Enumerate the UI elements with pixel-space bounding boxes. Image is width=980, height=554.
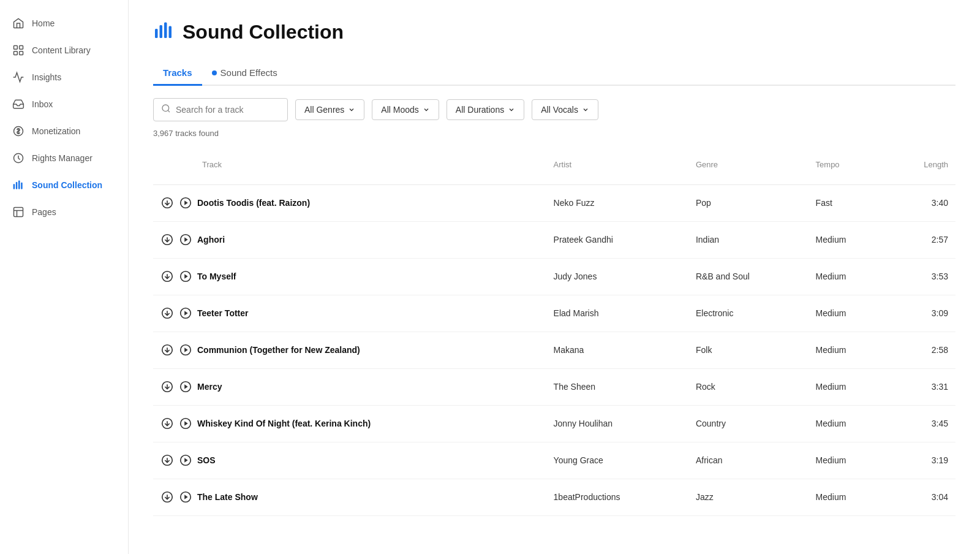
table-row[interactable]: To Myself Judy Jones R&B and Soul Medium… <box>153 258 956 295</box>
play-button[interactable] <box>179 453 192 467</box>
track-cell: Mercy <box>153 368 546 405</box>
sidebar-item-home[interactable]: Home <box>0 10 128 37</box>
inbox-icon <box>12 98 24 110</box>
download-button[interactable] <box>160 453 174 467</box>
sidebar-item-sound-collection[interactable]: Sound Collection <box>0 172 128 199</box>
svg-marker-36 <box>184 347 188 352</box>
table-row[interactable]: Mercy The Sheen Rock Medium 3:31 <box>153 368 956 405</box>
search-input[interactable] <box>176 105 280 115</box>
sidebar-item-monetization[interactable]: Monetization <box>0 118 128 145</box>
table-row[interactable]: Whiskey Kind Of Night (feat. Kerina Kinc… <box>153 405 956 442</box>
download-icon <box>160 490 174 504</box>
play-button[interactable] <box>179 233 192 246</box>
sidebar-item-content-library[interactable]: Content Library <box>0 37 128 64</box>
download-button[interactable] <box>160 306 174 320</box>
sidebar-item-inbox[interactable]: Inbox <box>0 91 128 118</box>
search-box[interactable] <box>153 98 288 121</box>
download-icon <box>160 417 174 430</box>
download-icon <box>160 233 174 246</box>
svg-rect-8 <box>18 181 20 189</box>
svg-point-15 <box>162 105 169 112</box>
table-row[interactable]: Aghori Prateek Gandhi Indian Medium 2:57 <box>153 221 956 258</box>
monetization-icon <box>12 125 24 137</box>
download-button[interactable] <box>160 196 174 210</box>
insights-icon <box>12 71 24 83</box>
home-icon <box>12 17 24 29</box>
play-button[interactable] <box>179 380 192 393</box>
track-cell: SOS <box>153 442 546 479</box>
chevron-down-icon <box>508 106 515 113</box>
svg-marker-28 <box>184 274 188 278</box>
svg-rect-6 <box>13 184 15 189</box>
tempo-cell: Fast <box>809 184 888 221</box>
length-cell: 3:04 <box>888 479 956 515</box>
sidebar-item-rights-manager[interactable]: Rights Manager <box>0 145 128 172</box>
chevron-down-icon <box>423 106 430 113</box>
length-cell: 3:09 <box>888 295 956 332</box>
download-icon <box>160 343 174 357</box>
sidebar-item-label: Inbox <box>32 99 53 109</box>
length-cell: 3:53 <box>888 258 956 295</box>
table-row[interactable]: Teeter Totter Elad Marish Electronic Med… <box>153 295 956 332</box>
svg-rect-9 <box>21 183 22 189</box>
sidebar-item-label: Sound Collection <box>32 180 102 190</box>
tab-sound-effects[interactable]: Sound Effects <box>202 61 287 86</box>
col-header-track: Track <box>153 148 546 184</box>
search-icon <box>161 104 171 116</box>
sidebar-item-label: Rights Manager <box>32 153 92 163</box>
svg-marker-20 <box>184 200 188 205</box>
table-row[interactable]: Dootis Toodis (feat. Raizon) Neko Fuzz P… <box>153 184 956 221</box>
play-button[interactable] <box>179 417 192 430</box>
download-icon <box>160 270 174 283</box>
genre-cell: Jazz <box>688 479 809 515</box>
table-row[interactable]: Communion (Together for New Zealand) Mak… <box>153 332 956 368</box>
sidebar-item-pages[interactable]: Pages <box>0 199 128 226</box>
play-button[interactable] <box>179 343 192 357</box>
track-name: Aghori <box>197 235 225 245</box>
filter-vocals-button[interactable]: All Vocals <box>532 99 598 120</box>
svg-rect-14 <box>169 26 172 39</box>
filter-genres-button[interactable]: All Genres <box>295 99 364 120</box>
tempo-cell: Medium <box>809 332 888 368</box>
table-row[interactable]: SOS Young Grace African Medium 3:19 <box>153 442 956 479</box>
tempo-cell: Medium <box>809 368 888 405</box>
track-cell: Aghori <box>153 221 546 258</box>
play-button[interactable] <box>179 306 192 320</box>
download-button[interactable] <box>160 417 174 430</box>
svg-rect-10 <box>14 208 23 217</box>
genre-cell: African <box>688 442 809 479</box>
play-button[interactable] <box>179 270 192 283</box>
tab-sound-effects-label: Sound Effects <box>221 67 277 78</box>
download-button[interactable] <box>160 233 174 246</box>
filter-durations-button[interactable]: All Durations <box>447 99 524 120</box>
chevron-down-icon <box>582 106 589 113</box>
play-icon <box>179 196 192 210</box>
main-content: Sound Collection Tracks Sound Effects Al… <box>129 0 980 554</box>
svg-rect-13 <box>164 23 167 39</box>
col-header-artist: Artist <box>546 148 688 184</box>
sound-collection-icon <box>12 179 24 191</box>
download-button[interactable] <box>160 343 174 357</box>
download-button[interactable] <box>160 490 174 504</box>
sidebar-item-label: Monetization <box>32 126 80 136</box>
genre-cell: R&B and Soul <box>688 258 809 295</box>
page-header-icon <box>153 20 175 44</box>
track-cell: The Late Show <box>153 479 546 515</box>
download-button[interactable] <box>160 270 174 283</box>
sidebar-item-insights[interactable]: Insights <box>0 64 128 91</box>
svg-marker-52 <box>184 495 188 499</box>
track-name: Teeter Totter <box>197 308 249 318</box>
svg-marker-24 <box>184 237 188 241</box>
play-icon <box>179 380 192 393</box>
filter-moods-button[interactable]: All Moods <box>372 99 439 120</box>
track-name: To Myself <box>197 271 236 281</box>
tab-tracks[interactable]: Tracks <box>153 61 202 86</box>
chevron-down-icon <box>348 106 355 113</box>
table-row[interactable]: The Late Show 1beatProductions Jazz Medi… <box>153 479 956 515</box>
artist-cell: Judy Jones <box>546 258 688 295</box>
play-button[interactable] <box>179 490 192 504</box>
svg-rect-3 <box>20 51 23 55</box>
page-title: Sound Collection <box>183 21 344 44</box>
play-button[interactable] <box>179 196 192 210</box>
download-button[interactable] <box>160 380 174 393</box>
